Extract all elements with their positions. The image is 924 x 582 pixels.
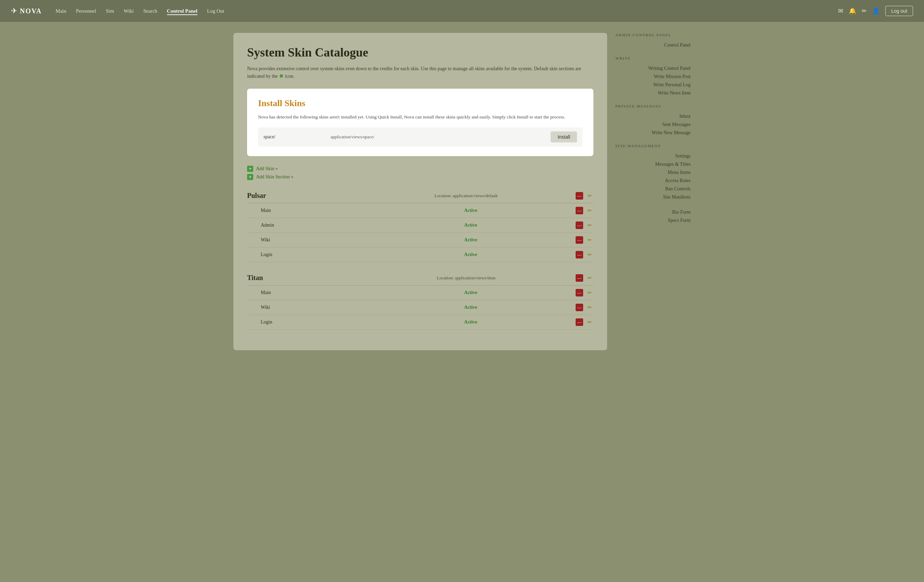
sidebar-item-control-panel[interactable]: Control Panel	[615, 41, 691, 49]
pulsar-admin-edit-icon[interactable]: ✏	[586, 222, 593, 229]
nav-control-panel[interactable]: Control Panel	[167, 8, 198, 15]
titan-wiki-edit-icon[interactable]: ✏	[586, 304, 593, 311]
pulsar-skin-main: Main Active — ✏	[247, 203, 593, 218]
pulsar-skin-wiki: Wiki Active — ✏	[247, 233, 593, 248]
main-content: System Skin Catalogue Nova provides exte…	[233, 33, 607, 350]
pulsar-wiki-delete-icon[interactable]: —	[576, 236, 583, 244]
sidebar-item-bio-form[interactable]: Bio Form	[615, 208, 691, 217]
logo-text: NOVA	[20, 7, 42, 15]
sidebar-item-sent-messages[interactable]: Sent Messages	[615, 121, 691, 129]
nav-main[interactable]: Main	[55, 8, 66, 14]
bell-icon[interactable]: 🔔	[849, 7, 856, 15]
nav-sim[interactable]: Sim	[106, 8, 114, 14]
nav-search[interactable]: Search	[144, 8, 157, 14]
sidebar-item-access-roles[interactable]: Access Roles	[615, 177, 691, 185]
titan-name: Titan	[247, 274, 356, 282]
sidebar-item-write-new-message[interactable]: Write New Message	[615, 129, 691, 137]
titan-actions: — ✏	[576, 274, 593, 282]
add-skin-label: Add Skin »	[256, 166, 278, 172]
install-title: Install Skins	[258, 98, 582, 109]
sidebar-private-messages-title: PRIVATE MESSAGES	[615, 104, 691, 109]
nav-wiki[interactable]: Wiki	[124, 8, 134, 14]
install-skin-name: space/	[264, 134, 325, 140]
sidebar-item-inbox[interactable]: Inbox	[615, 112, 691, 121]
pulsar-main-actions: — ✏	[576, 207, 593, 214]
green-dot-icon	[280, 74, 283, 78]
mail-envelope-icon[interactable]: ✉	[838, 7, 843, 15]
sidebar: ADMIN CONTROL PANEL Control Panel WRITE …	[615, 33, 691, 350]
sidebar-section-site-management: SITE MANAGEMENT Settings Messages & Titl…	[615, 144, 691, 201]
titan-main-actions: — ✏	[576, 289, 593, 296]
titan-main-edit-icon[interactable]: ✏	[586, 289, 593, 296]
titan-login-status: Active	[366, 319, 576, 325]
skin-group-header-pulsar: Pulsar Location: application/views/defau…	[247, 188, 593, 203]
logo[interactable]: ✈ NOVA	[11, 7, 42, 15]
pulsar-wiki-name: Wiki	[261, 237, 366, 243]
sidebar-item-specs-form[interactable]: Specs Form	[615, 217, 691, 225]
logo-icon: ✈	[11, 7, 17, 15]
sidebar-item-write-mission-post[interactable]: Write Mission Post	[615, 73, 691, 81]
pulsar-main-delete-icon[interactable]: —	[576, 207, 583, 214]
titan-wiki-actions: — ✏	[576, 304, 593, 311]
add-skin-section-link[interactable]: + Add Skin Section »	[247, 174, 593, 180]
sidebar-item-settings[interactable]: Settings	[615, 152, 691, 160]
titan-wiki-status: Active	[366, 305, 576, 310]
nav-links: Main Personnel Sim Wiki Search Control P…	[55, 8, 838, 14]
titan-skin-wiki: Wiki Active — ✏	[247, 300, 593, 315]
sidebar-item-messages-titles[interactable]: Messages & Titles	[615, 160, 691, 169]
install-skins-panel: Install Skins Nova has detected the foll…	[247, 89, 593, 157]
pulsar-admin-delete-icon[interactable]: —	[576, 222, 583, 229]
pulsar-name: Pulsar	[247, 192, 356, 200]
pulsar-main-name: Main	[261, 208, 366, 213]
pulsar-login-edit-icon[interactable]: ✏	[586, 251, 593, 258]
titan-login-name: Login	[261, 319, 366, 325]
sidebar-item-site-manifests[interactable]: Site Manifests	[615, 193, 691, 201]
pulsar-wiki-edit-icon[interactable]: ✏	[586, 236, 593, 244]
sidebar-item-write-news-item[interactable]: Write News Item	[615, 89, 691, 97]
sidebar-item-menu-items[interactable]: Menu Items	[615, 169, 691, 177]
logout-button[interactable]: Log out	[885, 6, 913, 16]
pulsar-admin-name: Admin	[261, 223, 366, 228]
nav-logout[interactable]: Log Out	[207, 8, 224, 14]
install-skin-path: application/views/space/	[331, 134, 545, 140]
skin-group-header-titan: Titan Location: application/views/titan …	[247, 270, 593, 286]
nav-right-icons: ✉ 🔔 ✏ 👤 Log out	[838, 6, 913, 16]
sidebar-item-writing-control-panel[interactable]: Writing Control Panel	[615, 64, 691, 73]
add-skin-section-icon: +	[247, 174, 253, 180]
skin-group-titan: Titan Location: application/views/titan …	[247, 270, 593, 330]
titan-login-edit-icon[interactable]: ✏	[586, 318, 593, 326]
pulsar-login-status: Active	[366, 252, 576, 258]
install-button[interactable]: Install	[551, 131, 577, 142]
nav-personnel[interactable]: Personnel	[76, 8, 96, 14]
sidebar-section-write: WRITE Writing Control Panel Write Missio…	[615, 56, 691, 97]
sidebar-section-forms: Bio Form Specs Form	[615, 208, 691, 225]
titan-wiki-delete-icon[interactable]: —	[576, 304, 583, 311]
titan-main-delete-icon[interactable]: —	[576, 289, 583, 296]
titan-wiki-name: Wiki	[261, 305, 366, 310]
pulsar-location: Location: application/views/default	[356, 193, 576, 198]
sidebar-write-title: WRITE	[615, 56, 691, 62]
pulsar-main-edit-icon[interactable]: ✏	[586, 207, 593, 214]
pulsar-wiki-actions: — ✏	[576, 236, 593, 244]
page-description: Nova provides extensive control over sys…	[247, 65, 593, 81]
sidebar-item-write-personal-log[interactable]: Write Personal Log	[615, 81, 691, 89]
add-skin-link[interactable]: + Add Skin »	[247, 166, 593, 172]
sidebar-section-private-messages: PRIVATE MESSAGES Inbox Sent Messages Wri…	[615, 104, 691, 137]
pulsar-login-name: Login	[261, 252, 366, 258]
pulsar-login-delete-icon[interactable]: —	[576, 251, 583, 258]
pulsar-main-status: Active	[366, 208, 576, 213]
top-navigation: ✈ NOVA Main Personnel Sim Wiki Search Co…	[0, 0, 924, 22]
sidebar-admin-title: ADMIN CONTROL PANEL	[615, 33, 691, 38]
titan-edit-icon[interactable]: ✏	[586, 274, 593, 282]
titan-main-status: Active	[366, 290, 576, 296]
titan-delete-icon[interactable]: —	[576, 274, 583, 282]
pulsar-delete-icon[interactable]: —	[576, 192, 583, 200]
pulsar-skin-login: Login Active — ✏	[247, 248, 593, 262]
edit-icon[interactable]: ✏	[862, 7, 867, 15]
user-icon[interactable]: 👤	[872, 7, 880, 15]
skin-group-pulsar: Pulsar Location: application/views/defau…	[247, 188, 593, 262]
sidebar-item-ban-controls[interactable]: Ban Controls	[615, 185, 691, 193]
pulsar-edit-icon[interactable]: ✏	[586, 192, 593, 200]
action-links: + Add Skin » + Add Skin Section »	[247, 166, 593, 180]
titan-login-delete-icon[interactable]: —	[576, 318, 583, 326]
